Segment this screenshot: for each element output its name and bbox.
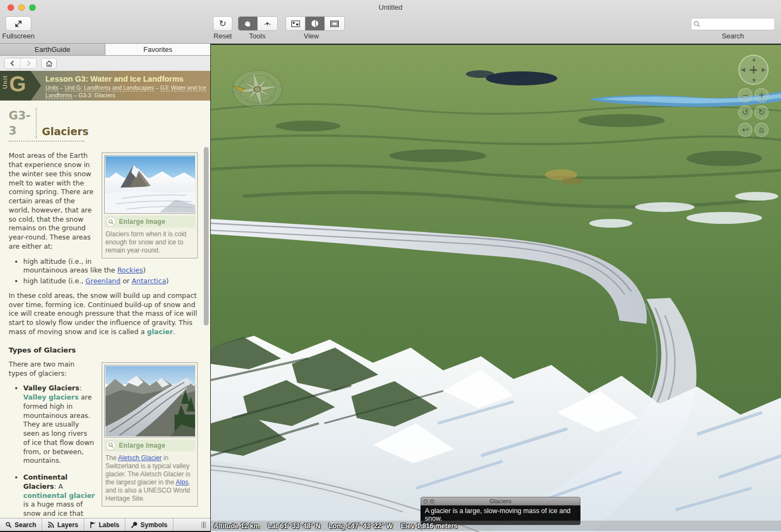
globe-view-button[interactable] xyxy=(305,17,325,30)
bullet-text: high latitude (i.e., xyxy=(23,277,85,285)
pan-down-icon[interactable]: ▼ xyxy=(751,77,757,83)
reset-north-button[interactable]: ⌂ xyxy=(755,123,769,137)
enlarge-image-link-2[interactable]: Enlarge Image xyxy=(104,440,195,451)
enlarge-image-link-1[interactable]: Enlarge Image xyxy=(104,216,195,228)
tab-symbols[interactable]: Symbols xyxy=(125,518,173,531)
rockies-link[interactable]: Rockies xyxy=(117,266,143,274)
breadcrumb-sep: – xyxy=(154,84,161,91)
panel-scrollbar-thumb[interactable] xyxy=(204,147,209,325)
enlarge-image-label: Enlarge Image xyxy=(119,217,165,226)
bird-icon xyxy=(263,20,272,28)
window-title: Untitled xyxy=(0,3,781,11)
bullet-text: ) xyxy=(143,266,146,274)
glacier-photo[interactable] xyxy=(105,156,195,212)
tools-segmented-control xyxy=(238,16,278,31)
search-area: Search xyxy=(691,18,775,40)
rotate-cw-button[interactable]: ↻ xyxy=(755,105,769,119)
paragraph-text: . xyxy=(173,328,175,336)
tooltip-minimize-icon[interactable]: − xyxy=(430,499,435,504)
search-label: Search xyxy=(691,32,775,40)
valley-glaciers-term[interactable]: Valley glaciers xyxy=(23,393,78,401)
image-card-aletsch: Enlarge Image The Aletsch Glacier in Swi… xyxy=(102,362,198,507)
tooltip-title: Glaciers xyxy=(421,497,580,506)
tooltip-title-bar[interactable]: × − Glaciers xyxy=(420,497,580,506)
breadcrumb-unitg-link[interactable]: Unit G: Landforms and Landscapes xyxy=(65,84,154,91)
forward-button[interactable] xyxy=(21,58,36,69)
bullet-text: ) xyxy=(166,277,169,285)
unit-g-logo: Unit G xyxy=(0,71,41,101)
globe-icon xyxy=(311,19,319,28)
panel-resize-grip[interactable] xyxy=(202,518,211,531)
pan-right-icon[interactable]: ▶ xyxy=(762,66,766,72)
home-button[interactable] xyxy=(41,58,57,69)
rotate-ccw-button[interactable]: ↺ xyxy=(738,105,752,119)
app-window: Untitled Fullscreen ↻ Reset xyxy=(0,0,781,532)
panel-tabs: EarthGuide Favorites xyxy=(0,44,210,56)
tab-label: Labels xyxy=(99,521,119,529)
unit-word: Unit xyxy=(2,75,8,89)
filmstrip-icon xyxy=(330,21,339,27)
status-elevation: Elev 1,816 meters xyxy=(401,522,458,530)
window-chrome: Untitled Fullscreen ↻ Reset xyxy=(0,0,781,44)
breadcrumb-units-link[interactable]: Units xyxy=(45,84,58,91)
flat-map-view-button[interactable] xyxy=(286,17,305,30)
aletsch-photo[interactable] xyxy=(105,366,195,436)
antarctica-link[interactable]: Antarctica xyxy=(132,277,166,285)
flyto-tool-button[interactable] xyxy=(258,17,277,30)
back-button[interactable] xyxy=(5,58,21,69)
magnifier-icon xyxy=(106,217,116,227)
status-longitude: Long 147° 43' 22" W xyxy=(329,522,393,530)
tooltip-close-icon[interactable]: × xyxy=(423,499,428,504)
title-bar[interactable]: Untitled xyxy=(0,0,781,15)
zoom-in-button[interactable]: + xyxy=(755,88,769,102)
pan-up-icon[interactable]: ▲ xyxy=(751,56,757,62)
tab-earthguide[interactable]: EarthGuide xyxy=(0,44,105,55)
image-card-glacier-overview: Enlarge Image Glaciers form when it is c… xyxy=(102,152,198,258)
map-3d-view[interactable]: ▲ ▼ ◀ ▶ − + ↺ ↻ ↩ ⌂ × xyxy=(210,44,781,532)
lesson-header: Unit G Lesson G3: Water and Ice Landform… xyxy=(0,71,210,101)
status-altitude: Altitude 12 km xyxy=(213,522,259,530)
search-icon xyxy=(5,522,12,528)
flat-map-icon xyxy=(291,21,300,27)
fullscreen-button[interactable] xyxy=(5,16,31,31)
tab-layers[interactable]: Layers xyxy=(42,518,84,531)
breadcrumb-sep: – xyxy=(58,84,65,91)
glacier-photo-frame xyxy=(104,155,195,214)
zoom-out-button[interactable]: − xyxy=(738,88,752,102)
map-navigation-cluster: ▲ ▼ ◀ ▶ − + ↺ ↻ ↩ ⌂ xyxy=(737,55,770,137)
tab-label: Layers xyxy=(57,521,78,529)
panel-bottom-tabs: Search Layers Labels xyxy=(0,518,210,531)
movie-view-button[interactable] xyxy=(325,17,344,30)
greenland-link[interactable]: Greenland xyxy=(85,277,121,285)
lesson-content[interactable]: G3-3 Glaciers xyxy=(0,101,210,518)
glacier-term[interactable]: glacier xyxy=(147,328,173,336)
unit-letter: G xyxy=(9,72,26,96)
forward-icon xyxy=(26,60,31,66)
pan-move-icon xyxy=(750,66,757,74)
alps-link[interactable]: Alps xyxy=(176,478,188,486)
reset-button[interactable]: ↻ xyxy=(213,16,232,31)
pan-control[interactable]: ▲ ▼ ◀ ▶ xyxy=(738,55,769,85)
bullet-text: high altitude (i.e., in mountainous area… xyxy=(23,257,117,275)
pan-left-icon[interactable]: ◀ xyxy=(741,66,745,72)
compass-rose[interactable] xyxy=(229,68,285,111)
image-caption-2: The Aletsch Glacier in Switzerland is a … xyxy=(104,451,195,504)
tab-search[interactable]: Search xyxy=(0,518,42,531)
tab-label: Search xyxy=(15,521,36,529)
tab-favorites[interactable]: Favorites xyxy=(105,44,210,55)
search-input[interactable] xyxy=(691,18,775,30)
hand-icon xyxy=(244,19,252,28)
tab-label: Symbols xyxy=(141,521,168,529)
tab-labels[interactable]: Labels xyxy=(84,518,125,531)
marker-icon xyxy=(131,521,138,528)
flag-icon xyxy=(90,521,96,528)
continental-glacier-term[interactable]: continental glacier xyxy=(23,491,95,500)
caption-text: The xyxy=(105,454,118,462)
bullet-text: : xyxy=(79,384,82,392)
list-item: high altitude (i.e., in mountainous area… xyxy=(23,257,199,276)
hand-tool-button[interactable] xyxy=(238,17,258,30)
panel-nav-row xyxy=(0,56,210,71)
aletsch-glacier-link[interactable]: Aletsch Glacier xyxy=(118,454,162,462)
lesson-code: G3-3 xyxy=(9,108,37,138)
tilt-button[interactable]: ↩ xyxy=(738,123,752,137)
